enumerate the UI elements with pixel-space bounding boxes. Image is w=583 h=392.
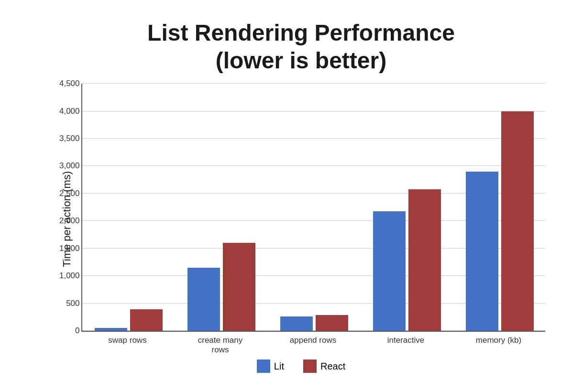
legend-item-react: React xyxy=(303,359,345,373)
legend-box-lit xyxy=(257,359,270,373)
x-label-4: memory (kb) xyxy=(452,336,545,355)
bar-lit-4 xyxy=(466,172,498,331)
bar-react-1 xyxy=(223,243,255,331)
grid-line xyxy=(82,111,545,111)
x-label-2: append rows xyxy=(267,336,360,355)
bar-lit-1 xyxy=(187,268,220,331)
y-tick-label: 1,000 xyxy=(51,271,80,281)
y-tick-label: 3,500 xyxy=(51,134,80,143)
y-tick-label: 4,000 xyxy=(51,107,80,116)
grid-line xyxy=(82,165,545,166)
y-tick-label: 2,500 xyxy=(51,189,80,198)
title-line2: (lower is better) xyxy=(216,48,386,73)
y-tick-label: 0 xyxy=(51,326,80,336)
y-tick-label: 3,000 xyxy=(51,161,80,171)
bar-lit-3 xyxy=(373,211,406,331)
y-tick-label: 2,000 xyxy=(51,216,80,226)
bar-react-4 xyxy=(501,111,534,331)
bar-react-2 xyxy=(316,315,348,331)
bar-react-0 xyxy=(130,309,163,331)
legend-box-react xyxy=(303,359,317,373)
legend-label-lit: Lit xyxy=(274,361,284,372)
chart-container: List Rendering Performance (lower is bet… xyxy=(29,10,555,382)
chart-area: Time per action (ms) 4,5004,0003,5003,00… xyxy=(57,84,545,355)
legend-label-react: React xyxy=(320,361,345,372)
grid-line xyxy=(82,138,545,139)
bar-react-3 xyxy=(408,189,441,331)
y-tick-label: 500 xyxy=(51,299,80,308)
y-tick-label: 1,500 xyxy=(51,244,80,253)
title-line1: List Rendering Performance xyxy=(147,20,455,45)
x-label-1: create manyrows xyxy=(174,336,267,355)
legend: Lit React xyxy=(257,359,345,373)
bar-lit-0 xyxy=(95,328,127,331)
chart-title: List Rendering Performance (lower is bet… xyxy=(147,19,455,74)
x-label-3: interactive xyxy=(360,336,452,355)
x-label-0: swap rows xyxy=(81,336,174,355)
y-tick-label: 4,500 xyxy=(51,79,80,88)
legend-item-lit: Lit xyxy=(257,359,284,373)
grid-and-bars: 4,5004,0003,5003,0002,5002,0001,5001,000… xyxy=(81,84,545,332)
chart-inner: 4,5004,0003,5003,0002,5002,0001,5001,000… xyxy=(81,84,545,355)
bar-lit-2 xyxy=(280,316,313,331)
grid-line xyxy=(82,83,545,84)
x-labels: swap rowscreate manyrowsappend rowsinter… xyxy=(81,332,545,355)
